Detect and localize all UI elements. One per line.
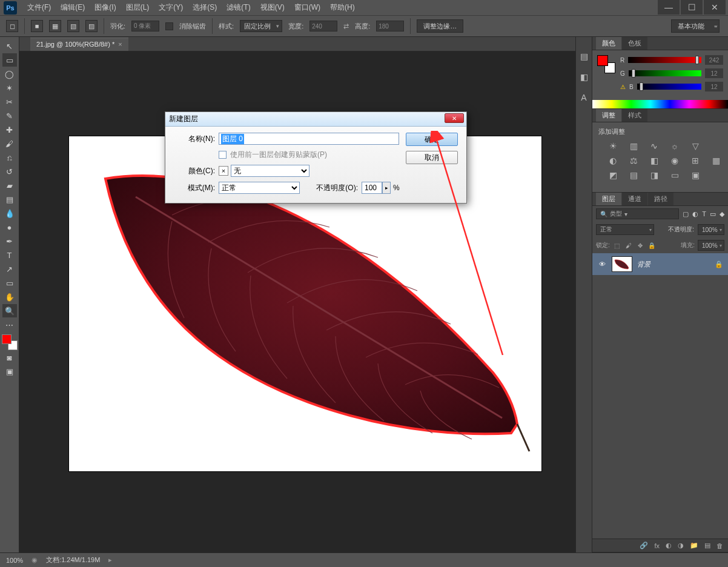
- new-fill-icon[interactable]: ◑: [678, 542, 684, 549]
- opacity-value[interactable]: 100%: [698, 224, 724, 235]
- status-arrow-icon[interactable]: ▸: [108, 556, 112, 564]
- channel-mixer-icon[interactable]: ⊞: [689, 156, 701, 165]
- document-close-icon[interactable]: ×: [118, 41, 122, 48]
- invert-icon[interactable]: ◩: [607, 170, 619, 180]
- screenmode-icon[interactable]: ▣: [2, 365, 17, 378]
- shape-tool-icon[interactable]: ▭: [2, 276, 17, 290]
- stamp-tool-icon[interactable]: ⎌: [2, 151, 17, 164]
- properties-icon[interactable]: ◧: [578, 71, 590, 83]
- cancel-button[interactable]: 取消: [406, 151, 458, 164]
- mode-select[interactable]: 正常: [219, 182, 300, 194]
- filter-type-icon[interactable]: T: [702, 210, 706, 217]
- bw-icon[interactable]: ◧: [648, 156, 660, 165]
- color-select[interactable]: 无: [231, 165, 309, 177]
- brightness-icon[interactable]: ☀: [607, 141, 619, 151]
- blend-mode-select[interactable]: 正常: [596, 224, 654, 235]
- layer-filter[interactable]: 🔍 类型 ▾: [596, 208, 679, 219]
- clip-mask-checkbox[interactable]: [219, 151, 227, 159]
- fg-color-swatch[interactable]: [2, 334, 12, 344]
- crop-tool-icon[interactable]: ✂: [2, 95, 17, 108]
- layer-list[interactable]: 👁 背景 🔒: [592, 253, 728, 539]
- levels-icon[interactable]: ▥: [627, 141, 640, 151]
- tab-paths[interactable]: 路径: [648, 193, 673, 205]
- dodge-tool-icon[interactable]: ●: [2, 220, 17, 234]
- menu-image[interactable]: 图像(I): [90, 1, 120, 15]
- feather-input[interactable]: 0 像素: [131, 21, 159, 31]
- layer-mask-icon[interactable]: ◐: [666, 542, 672, 549]
- lock-position-icon[interactable]: ✥: [636, 241, 644, 250]
- edit-toolbar-icon[interactable]: ⋯: [2, 318, 17, 331]
- menu-select[interactable]: 选择(S): [188, 1, 221, 15]
- dialog-title-bar[interactable]: 新建图层 ✕: [165, 112, 466, 127]
- g-slider[interactable]: [629, 70, 701, 76]
- menu-edit[interactable]: 编辑(E): [56, 1, 89, 15]
- lock-all-icon[interactable]: 🔒: [647, 241, 656, 250]
- character-icon[interactable]: A: [578, 91, 590, 104]
- tab-channels[interactable]: 通道: [622, 193, 647, 205]
- eraser-tool-icon[interactable]: ▰: [2, 179, 17, 192]
- dialog-close-button[interactable]: ✕: [445, 113, 464, 123]
- close-button[interactable]: ✕: [704, 0, 726, 15]
- layer-item-background[interactable]: 👁 背景 🔒: [592, 253, 728, 275]
- exposure-icon[interactable]: ☼: [669, 141, 681, 151]
- marquee-tool-icon[interactable]: ▭: [2, 53, 17, 67]
- style-select[interactable]: 固定比例: [240, 20, 282, 32]
- link-layers-icon[interactable]: 🔗: [640, 542, 648, 549]
- healing-tool-icon[interactable]: ✚: [2, 123, 17, 136]
- new-layer-icon[interactable]: ▤: [704, 542, 710, 549]
- zoom-tool-icon[interactable]: 🔍: [2, 304, 17, 317]
- color-swatch-pair[interactable]: [597, 55, 615, 73]
- name-input[interactable]: 图层 0: [219, 133, 399, 145]
- selection-intersect-icon[interactable]: ▨: [85, 20, 98, 32]
- color-swatches[interactable]: [2, 334, 18, 350]
- spectrum-bar[interactable]: [592, 100, 728, 108]
- type-tool-icon[interactable]: T: [2, 248, 17, 262]
- magic-wand-tool-icon[interactable]: ✶: [2, 81, 17, 94]
- filter-adjust-icon[interactable]: ◐: [692, 210, 698, 218]
- layer-name[interactable]: 背景: [637, 260, 710, 269]
- path-select-tool-icon[interactable]: ↗: [2, 262, 17, 276]
- history-icon[interactable]: ▤: [578, 50, 590, 62]
- history-brush-tool-icon[interactable]: ↺: [2, 165, 17, 178]
- threshold-icon[interactable]: ◨: [648, 170, 660, 180]
- layer-thumbnail[interactable]: [612, 256, 632, 272]
- tab-swatches[interactable]: 色板: [622, 37, 647, 50]
- r-slider[interactable]: [628, 57, 701, 63]
- gradient-tool-icon[interactable]: ▤: [2, 193, 17, 206]
- new-group-icon[interactable]: 📁: [690, 542, 698, 549]
- ok-button[interactable]: 确定: [406, 133, 458, 146]
- menu-filter[interactable]: 滤镜(T): [222, 1, 254, 15]
- refine-edge-button[interactable]: 调整边缘…: [417, 19, 463, 33]
- visibility-icon[interactable]: 👁: [597, 260, 607, 268]
- menu-layer[interactable]: 图层(L): [122, 1, 154, 15]
- document-tab[interactable]: 21.jpg @ 100%(RGB/8#) * ×: [30, 38, 128, 51]
- tab-styles[interactable]: 样式: [622, 109, 647, 122]
- blur-tool-icon[interactable]: 💧: [2, 207, 17, 220]
- posterize-icon[interactable]: ▤: [627, 170, 640, 180]
- quickmask-icon[interactable]: ◙: [2, 351, 17, 364]
- hue-icon[interactable]: ◐: [607, 156, 619, 165]
- selection-new-icon[interactable]: ■: [31, 20, 43, 32]
- layer-fx-icon[interactable]: fx: [654, 542, 660, 549]
- minimize-button[interactable]: —: [658, 0, 680, 15]
- delete-layer-icon[interactable]: 🗑: [716, 542, 723, 549]
- menu-view[interactable]: 视图(V): [256, 1, 289, 15]
- menu-type[interactable]: 文字(Y): [154, 1, 187, 15]
- fill-value[interactable]: 100%: [698, 240, 724, 251]
- menu-window[interactable]: 窗口(W): [290, 1, 325, 15]
- lookup-icon[interactable]: ▦: [710, 156, 722, 165]
- fg-swatch[interactable]: [597, 55, 608, 66]
- lock-transparency-icon[interactable]: ⬚: [613, 241, 621, 250]
- menu-file[interactable]: 文件(F): [23, 1, 55, 15]
- zoom-level[interactable]: 100%: [6, 557, 23, 564]
- hand-tool-icon[interactable]: ✋: [2, 290, 17, 303]
- tab-color[interactable]: 颜色: [596, 37, 621, 50]
- opacity-stepper[interactable]: ▸: [382, 182, 391, 194]
- marquee-tool-indicator[interactable]: ◻: [6, 20, 18, 32]
- doc-info[interactable]: 文档:1.24M/1.19M: [46, 555, 100, 565]
- move-tool-icon[interactable]: ↖: [2, 39, 17, 53]
- eyedropper-tool-icon[interactable]: ✎: [2, 109, 17, 122]
- pen-tool-icon[interactable]: ✒: [2, 234, 17, 248]
- filter-smart-icon[interactable]: ◆: [720, 210, 724, 218]
- lock-pixels-icon[interactable]: 🖌: [624, 241, 633, 250]
